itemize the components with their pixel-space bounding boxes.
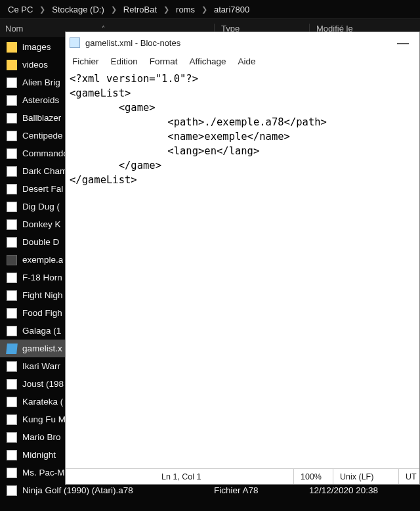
file-icon	[7, 202, 17, 212]
notepad-menu: Fichier Edition Format Affichage Aide	[66, 53, 419, 69]
notepad-statusbar: Ln 1, Col 1 100% Unix (LF) UT	[66, 468, 419, 484]
file-name: images	[22, 42, 51, 52]
file-name: exemple.a	[22, 255, 63, 265]
file-name: Ballblazer	[22, 113, 61, 123]
crumb-2[interactable]: RetroBat	[121, 5, 159, 14]
file-icon	[7, 166, 17, 177]
file-name: Ms. Pac-M	[22, 468, 65, 478]
file-icon	[7, 432, 17, 443]
status-line-ending: Unix (LF)	[333, 469, 398, 484]
file-name: Ninja Golf (1990) (Atari).a78	[22, 485, 133, 495]
menu-edition[interactable]: Edition	[111, 56, 138, 66]
chevron-right-icon: ❯	[159, 5, 173, 14]
file-icon	[7, 361, 17, 372]
file-modified: 12/12/2020 20:38	[309, 485, 378, 495]
file-name: Karateka (	[22, 397, 63, 407]
file-icon	[7, 148, 17, 159]
file-icon	[7, 326, 17, 336]
menu-fichier[interactable]: Fichier	[72, 56, 99, 66]
crumb-0[interactable]: Ce PC	[5, 5, 35, 14]
file-name: Donkey K	[22, 219, 61, 229]
file-dark-icon	[7, 255, 17, 265]
notepad-icon	[70, 37, 80, 48]
file-name: Galaga (1	[22, 326, 61, 336]
crumb-4[interactable]: atari7800	[211, 5, 252, 14]
file-name: Desert Fal	[22, 184, 63, 194]
crumb-1[interactable]: Stockage (D:)	[49, 5, 106, 14]
file-name: Joust (198	[22, 379, 64, 389]
minimize-button[interactable]: —	[390, 36, 415, 50]
file-icon	[7, 219, 17, 230]
file-name: Dig Dug (	[22, 202, 60, 211]
chevron-right-icon: ❯	[35, 5, 49, 14]
chevron-right-icon: ❯	[198, 5, 211, 14]
file-name: Asteroids	[22, 95, 59, 105]
file-name: Centipede	[22, 131, 63, 141]
file-icon	[7, 308, 17, 319]
notepad-window: gamelist.xml - Bloc-notes — Fichier Edit…	[65, 32, 420, 485]
file-icon	[7, 273, 17, 283]
file-name: Midnight	[22, 450, 56, 460]
file-name: videos	[22, 60, 48, 70]
file-name: Food Figh	[22, 308, 62, 318]
notepad-title: gamelist.xml - Bloc-notes	[85, 38, 390, 48]
file-name: gamelist.x	[22, 344, 62, 353]
file-icon	[7, 290, 17, 301]
gamelist-icon	[6, 344, 18, 354]
file-icon	[7, 184, 17, 194]
menu-format[interactable]: Format	[150, 56, 178, 66]
file-icon	[7, 113, 17, 123]
crumb-3[interactable]: roms	[173, 5, 198, 14]
file-icon	[7, 379, 17, 389]
file-icon	[7, 468, 17, 478]
file-icon	[7, 485, 17, 496]
file-name: Mario Bro	[22, 432, 61, 442]
breadcrumb: Ce PC ❯ Stockage (D:) ❯ RetroBat ❯ roms …	[0, 0, 420, 18]
notepad-text-area[interactable]: <?xml version="1.0"?> <gameList> <game> …	[66, 69, 419, 468]
file-icon	[7, 95, 17, 106]
menu-affichage[interactable]: Affichage	[190, 56, 226, 66]
file-name: Double D	[22, 237, 59, 247]
file-name: Fight Nigh	[22, 290, 63, 300]
notepad-titlebar[interactable]: gamelist.xml - Bloc-notes —	[66, 32, 419, 53]
file-name: Commando	[22, 148, 68, 158]
file-type: Fichier A78	[214, 485, 309, 495]
status-encoding: UT	[398, 469, 419, 484]
menu-aide[interactable]: Aide	[238, 56, 256, 66]
file-name: F-18 Horn	[22, 273, 62, 282]
file-name: Kung Fu M	[22, 414, 66, 424]
file-name: Alien Brig	[22, 78, 60, 87]
file-icon	[7, 450, 17, 460]
status-cursor-position: Ln 1, Col 1	[66, 469, 293, 484]
file-icon	[7, 397, 17, 407]
file-icon	[7, 414, 17, 425]
status-zoom: 100%	[293, 469, 333, 484]
folder-icon	[7, 60, 17, 70]
sort-arrow-icon: ˄	[102, 25, 105, 32]
file-icon	[7, 78, 17, 88]
file-name: Dark Cham	[22, 166, 67, 176]
file-icon	[7, 131, 17, 141]
header-name-label: Nom	[5, 24, 23, 33]
file-icon	[7, 237, 17, 248]
folder-icon	[7, 42, 17, 53]
file-name: Ikari Warr	[22, 361, 60, 371]
chevron-right-icon: ❯	[107, 5, 121, 14]
